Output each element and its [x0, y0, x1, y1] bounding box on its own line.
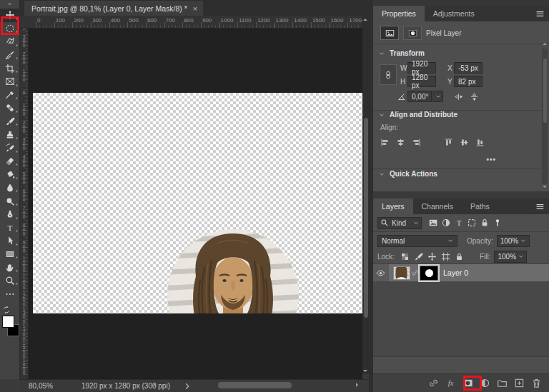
opacity-field[interactable]: 100%: [497, 235, 530, 247]
layer-type-label: Pixel Layer: [426, 29, 461, 37]
tab-properties[interactable]: Properties: [373, 6, 425, 21]
scroll-down-arrow-icon[interactable]: [363, 370, 367, 372]
status-chevron-icon[interactable]: [183, 382, 192, 391]
layer-mask-thumbnail[interactable]: [420, 266, 437, 280]
y-position-field[interactable]: 82 px: [454, 76, 483, 87]
scroll-up-arrow-icon[interactable]: [543, 43, 547, 45]
properties-scrollbar-thumb[interactable]: [543, 59, 547, 123]
align-right-edges-icon[interactable]: [412, 138, 421, 147]
lasso-tool[interactable]: [0, 35, 20, 49]
quick-selection-tool[interactable]: [0, 49, 20, 62]
filter-smart-objects-icon[interactable]: [480, 218, 490, 228]
filter-type-layers-icon[interactable]: T: [454, 218, 464, 228]
canvas-pasteboard[interactable]: [29, 29, 362, 379]
layer-filter-toggle-icon[interactable]: [493, 218, 503, 228]
canvas-vertical-scrollbar-thumb[interactable]: [364, 118, 368, 318]
x-position-field[interactable]: -53 px: [454, 62, 483, 74]
foreground-color-swatch[interactable]: [2, 316, 14, 328]
layer-row[interactable]: Layer 0: [373, 264, 549, 281]
portrait-image[interactable]: [167, 229, 299, 313]
scroll-down-arrow-icon[interactable]: [543, 186, 547, 188]
blur-tool[interactable]: [0, 181, 20, 195]
tab-adjustments[interactable]: Adjustments: [425, 6, 483, 21]
scroll-right-arrow-icon[interactable]: [356, 383, 358, 387]
transform-section-header[interactable]: Transform: [373, 44, 549, 60]
lock-transparent-pixels-icon[interactable]: [400, 252, 410, 261]
filter-pixel-layers-icon[interactable]: [428, 218, 438, 228]
layer-name[interactable]: Layer 0: [443, 268, 468, 277]
kind-filter-select[interactable]: Kind: [377, 217, 422, 229]
filter-icons-group: T: [425, 218, 503, 228]
height-field[interactable]: 1280 px: [407, 76, 436, 87]
pixel-layer-thumb-button[interactable]: [380, 26, 399, 40]
svg-text:fx: fx: [448, 379, 454, 387]
canvas-horizontal-scrollbar-thumb[interactable]: [218, 382, 292, 388]
zoom-level-field[interactable]: 80,05%: [29, 382, 64, 390]
link-dimensions-button[interactable]: [380, 64, 397, 85]
align-top-edges-icon[interactable]: [444, 138, 453, 147]
new-layer-icon[interactable]: [514, 378, 525, 388]
layer-thumbnail[interactable]: [393, 266, 410, 280]
eyedropper-tool[interactable]: [0, 89, 20, 102]
width-field[interactable]: 1920 px: [407, 62, 436, 74]
layer-effects-icon[interactable]: fx: [445, 378, 456, 388]
clone-stamp-tool[interactable]: [0, 128, 20, 141]
pen-tool[interactable]: [0, 208, 20, 221]
align-vertical-centers-icon[interactable]: [460, 138, 469, 147]
scroll-up-arrow-icon[interactable]: [363, 19, 367, 21]
type-tool[interactable]: T: [0, 221, 20, 235]
panel-menu-icon[interactable]: [530, 6, 549, 21]
swap-colors-icon[interactable]: [2, 306, 18, 314]
angle-dropdown-button[interactable]: [432, 91, 443, 102]
opacity-value: 100%: [500, 237, 519, 245]
crop-tool[interactable]: [0, 61, 20, 75]
zoom-tool[interactable]: [0, 274, 20, 288]
align-more-button[interactable]: •••: [480, 153, 509, 165]
spot-healing-brush-tool[interactable]: [0, 101, 20, 115]
chevron-down-icon: [379, 112, 385, 118]
new-group-icon[interactable]: [497, 378, 508, 388]
flip-vertical-icon[interactable]: [470, 92, 479, 101]
blend-mode-select[interactable]: Normal: [377, 235, 458, 247]
document-tab[interactable]: Portrait.jpg @ 80,1% (Layer 0, Layer Mas…: [24, 1, 203, 16]
align-bottom-edges-icon[interactable]: [475, 138, 485, 147]
lock-all-icon[interactable]: [455, 252, 464, 261]
paint-bucket-tool[interactable]: [0, 168, 20, 181]
fill-field[interactable]: 100%: [494, 251, 527, 263]
rectangle-tool[interactable]: [0, 248, 20, 261]
align-section-header[interactable]: Align and Distribute: [373, 109, 538, 121]
filter-adjustment-layers-icon[interactable]: [441, 218, 451, 228]
path-selection-tool[interactable]: [0, 234, 20, 248]
mask-link-icon[interactable]: [411, 268, 420, 277]
lock-image-pixels-icon[interactable]: [414, 252, 423, 261]
eraser-tool[interactable]: [0, 155, 20, 169]
lock-artboard-icon[interactable]: [441, 252, 450, 261]
filter-shape-layers-icon[interactable]: [467, 218, 477, 228]
mask-thumb-button[interactable]: [403, 26, 422, 40]
layer-visibility-toggle[interactable]: [373, 264, 389, 281]
document-canvas[interactable]: [33, 93, 362, 313]
align-left-edges-icon[interactable]: [380, 138, 390, 147]
flip-horizontal-icon[interactable]: [454, 92, 463, 101]
rotation-angle-field[interactable]: 0,00°: [407, 91, 432, 102]
quick-actions-header[interactable]: Quick Actions: [373, 168, 538, 181]
tab-layers[interactable]: Layers: [373, 198, 413, 214]
toolbar-expand-button[interactable]: »: [0, 0, 20, 9]
panel-menu-icon[interactable]: [530, 198, 549, 214]
scroll-left-arrow-icon[interactable]: [154, 383, 156, 387]
history-brush-tool[interactable]: [0, 141, 20, 155]
brush-tool[interactable]: [0, 115, 20, 129]
tool-list: T: [0, 9, 19, 301]
tab-paths[interactable]: Paths: [462, 198, 498, 214]
type-tool-icon: T: [5, 223, 15, 233]
hand-tool[interactable]: [0, 261, 20, 274]
lock-position-icon[interactable]: [427, 252, 437, 261]
tab-channels[interactable]: Channels: [413, 198, 462, 214]
delete-layer-icon[interactable]: [531, 378, 542, 388]
link-layers-icon[interactable]: [428, 378, 439, 388]
edit-toolbar[interactable]: [0, 287, 20, 301]
align-horizontal-centers-icon[interactable]: [396, 138, 405, 147]
dodge-tool[interactable]: [0, 194, 20, 208]
frame-tool[interactable]: [0, 75, 20, 89]
tab-close-icon[interactable]: ×: [193, 4, 197, 13]
